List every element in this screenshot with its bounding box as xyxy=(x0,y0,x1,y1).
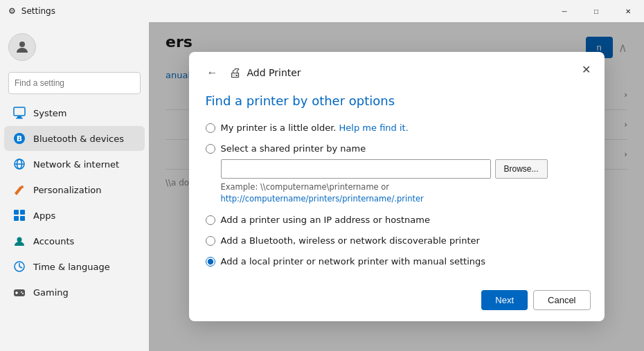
sidebar-item-label-apps: Apps xyxy=(33,210,55,221)
maximize-button[interactable]: □ xyxy=(580,0,612,22)
svg-point-14 xyxy=(17,237,22,242)
bluetooth-icon: B xyxy=(12,132,26,145)
close-button[interactable]: ✕ xyxy=(612,0,644,22)
dialog-back-button[interactable]: ← xyxy=(203,63,222,82)
radio-group: My printer is a little older. Help me fi… xyxy=(206,122,588,268)
svg-rect-13 xyxy=(20,216,25,221)
dialog-title-text: Add Printer xyxy=(247,67,301,78)
cancel-button[interactable]: Cancel xyxy=(533,290,590,310)
radio-label-shared: Select a shared printer by name xyxy=(221,143,366,155)
titlebar: ⚙ Settings ─ □ ✕ xyxy=(0,0,644,22)
sidebar-item-gaming[interactable]: Gaming xyxy=(4,280,145,305)
sidebar-item-label-time: Time & language xyxy=(33,262,110,272)
system-icon xyxy=(12,106,26,120)
sidebar-item-label-bluetooth: Bluetooth & devices xyxy=(33,134,124,144)
radio-older[interactable] xyxy=(206,123,215,133)
sidebar-item-bluetooth[interactable]: B Bluetooth & devices xyxy=(4,126,145,151)
apps-icon xyxy=(12,208,26,222)
radio-label-older: My printer is a little older. Help me fi… xyxy=(221,122,409,134)
svg-text:B: B xyxy=(17,134,22,143)
radio-item-bluetooth[interactable]: Add a Bluetooth, wireless or network dis… xyxy=(206,235,588,247)
printer-icon: 🖨 xyxy=(229,65,242,80)
svg-line-17 xyxy=(19,267,22,268)
svg-rect-3 xyxy=(16,118,23,119)
personalization-icon xyxy=(12,183,26,197)
nav-items: System B Bluetooth & devices xyxy=(0,100,149,351)
titlebar-left: ⚙ Settings xyxy=(8,6,55,16)
sidebar-item-network[interactable]: Network & internet xyxy=(4,152,145,177)
shared-printer-input[interactable] xyxy=(221,159,491,179)
sidebar-item-apps[interactable]: Apps xyxy=(4,203,145,228)
search-input[interactable] xyxy=(8,72,141,94)
svg-rect-12 xyxy=(14,216,19,221)
avatar[interactable] xyxy=(8,33,36,61)
dialog-body: Find a printer by other options My print… xyxy=(189,91,605,282)
shared-printer-section: Browse... Example: \\computername\printe… xyxy=(221,159,588,206)
dialog-heading: Find a printer by other options xyxy=(206,93,588,108)
svg-point-9 xyxy=(21,186,24,188)
radio-ip[interactable] xyxy=(206,215,215,225)
svg-point-22 xyxy=(22,293,24,294)
titlebar-controls: ─ □ ✕ xyxy=(548,0,644,22)
settings-icon: ⚙ xyxy=(8,6,16,16)
app-title: Settings xyxy=(21,6,55,16)
radio-shared[interactable] xyxy=(206,144,215,154)
shared-printer-row: Browse... xyxy=(221,159,588,179)
search-box xyxy=(8,72,141,94)
back-icon: ← xyxy=(207,66,218,79)
gaming-icon xyxy=(12,285,26,299)
time-icon xyxy=(12,260,26,273)
radio-item-shared[interactable]: Select a shared printer by name xyxy=(206,143,588,155)
dialog-title-row: 🖨 Add Printer xyxy=(229,65,301,80)
sidebar-item-label-accounts: Accounts xyxy=(33,236,74,246)
sidebar: System B Bluetooth & devices xyxy=(0,22,149,351)
accounts-icon xyxy=(12,234,26,248)
browse-button[interactable]: Browse... xyxy=(495,159,548,179)
main-layout: System B Bluetooth & devices xyxy=(0,22,644,351)
radio-section-shared: Select a shared printer by name Browse..… xyxy=(206,143,588,206)
svg-point-21 xyxy=(21,291,22,293)
example-text: Example: \\computername\printername or h… xyxy=(221,181,588,206)
next-button[interactable]: Next xyxy=(481,290,528,310)
content-area: ers n ∧ anually › › › xyxy=(149,22,644,351)
radio-local[interactable] xyxy=(206,257,215,267)
radio-item-ip[interactable]: Add a printer using an IP address or hos… xyxy=(206,214,588,226)
radio-label-ip: Add a printer using an IP address or hos… xyxy=(221,214,430,226)
overlay: ← 🖨 Add Printer ✕ Find a printer by othe… xyxy=(149,22,644,351)
dialog-close-button[interactable]: ✕ xyxy=(577,60,596,80)
network-icon xyxy=(12,157,26,171)
sidebar-item-system[interactable]: System xyxy=(4,100,145,125)
dialog-footer: Next Cancel xyxy=(189,282,605,321)
svg-rect-2 xyxy=(17,116,21,118)
dialog-header: ← 🖨 Add Printer ✕ xyxy=(189,52,605,91)
radio-bluetooth[interactable] xyxy=(206,236,215,246)
radio-item-local[interactable]: Add a local printer or network printer w… xyxy=(206,255,588,268)
minimize-button[interactable]: ─ xyxy=(548,0,580,22)
radio-label-local: Add a local printer or network printer w… xyxy=(221,255,486,268)
svg-point-0 xyxy=(19,42,25,47)
svg-rect-1 xyxy=(14,107,25,116)
sidebar-item-time[interactable]: Time & language xyxy=(4,254,145,279)
radio-label-bluetooth: Add a Bluetooth, wireless or network dis… xyxy=(221,235,480,247)
svg-rect-10 xyxy=(14,210,19,215)
user-section xyxy=(0,28,149,72)
sidebar-item-label-system: System xyxy=(33,108,66,118)
add-printer-dialog: ← 🖨 Add Printer ✕ Find a printer by othe… xyxy=(189,52,605,321)
svg-rect-11 xyxy=(20,210,25,215)
close-icon: ✕ xyxy=(582,63,591,76)
sidebar-item-label-personalization: Personalization xyxy=(33,185,102,195)
sidebar-item-accounts[interactable]: Accounts xyxy=(4,228,145,253)
sidebar-item-label-gaming: Gaming xyxy=(33,287,69,298)
radio-item-older[interactable]: My printer is a little older. Help me fi… xyxy=(206,122,588,134)
sidebar-item-label-network: Network & internet xyxy=(33,159,119,170)
sidebar-item-personalization[interactable]: Personalization xyxy=(4,177,145,202)
